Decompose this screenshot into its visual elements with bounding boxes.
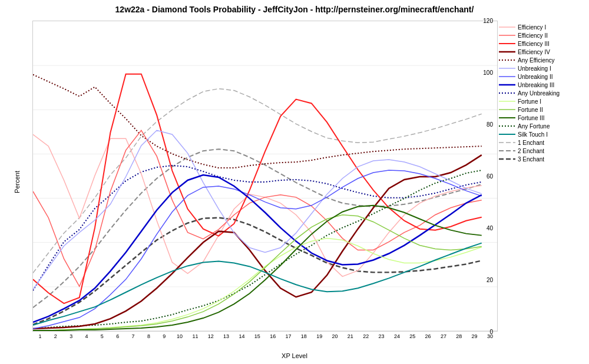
legend-item-efficiency1: Efficiency I: [499, 24, 586, 31]
legend-item-any-efficiency: Any Efficiency: [499, 57, 586, 64]
legend-item-fortune3: Fortune III: [499, 114, 586, 121]
legend-item-unbreaking3: Unbreaking III: [499, 81, 586, 88]
chart-svg: // Will be drawn by JS: [33, 21, 497, 331]
legend-item-unbreaking2: Unbreaking II: [499, 73, 586, 80]
chart-container: 12w22a - Diamond Tools Probability - Jef…: [0, 0, 589, 364]
legend-item-3enchant: 3 Enchant: [499, 155, 586, 163]
legend-item-any-fortune: Any Fortune: [499, 123, 586, 130]
legend-item-efficiency2: Efficiency II: [499, 32, 586, 39]
legend-item-unbreaking1: Unbreaking I: [499, 65, 586, 72]
legend-item-fortune2: Fortune II: [499, 106, 586, 113]
legend-item-efficiency4: Efficiency IV: [499, 48, 586, 55]
legend: Efficiency I Efficiency II Efficiency II…: [499, 24, 586, 164]
legend-item-fortune1: Fortune I: [499, 98, 586, 105]
chart-area: // Will be drawn by JS: [32, 21, 498, 332]
x-axis-label: XP Level: [282, 352, 307, 359]
chart-title: 12w22a - Diamond Tools Probability - Jef…: [0, 0, 589, 16]
legend-item-efficiency3: Efficiency III: [499, 40, 586, 47]
legend-item-1enchant: 1 Enchant: [499, 139, 586, 146]
y-axis-label: Percent: [14, 171, 21, 193]
legend-item-2enchant: 2 Enchant: [499, 147, 586, 154]
legend-item-silk-touch: Silk Touch I: [499, 131, 586, 138]
x-axis: 1 2 3 4 5 6 7 8 9 10 11 12 13 14 15 16 1…: [32, 333, 498, 345]
legend-item-any-unbreaking: Any Unbreaking: [499, 90, 586, 97]
